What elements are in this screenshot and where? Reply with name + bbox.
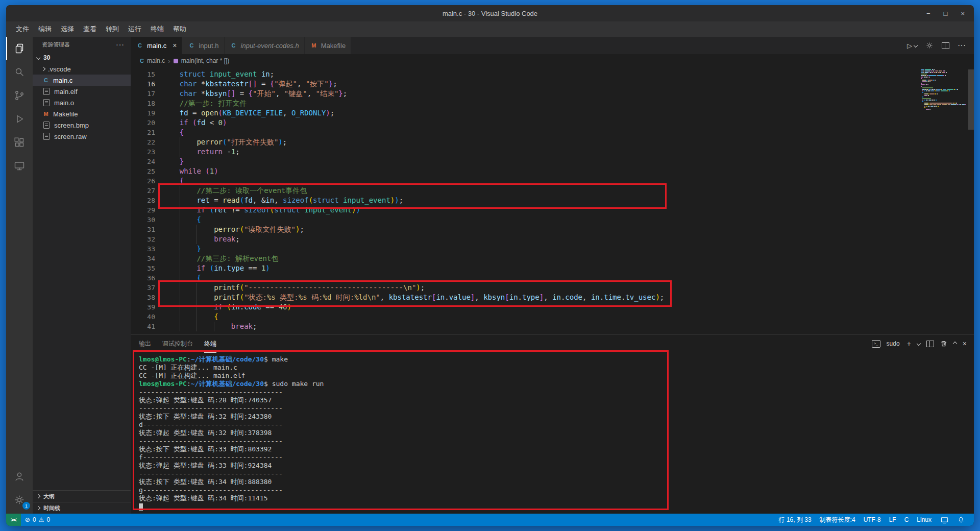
errors-icon: ⊘	[25, 516, 30, 523]
tree-item-main.o[interactable]: main.o	[33, 97, 131, 108]
code-text: printf("状态:%s 类型:%s 码:%d 时间:%ld\n", kbst…	[162, 293, 664, 302]
menu-item[interactable]: 选择	[56, 25, 79, 34]
tab-label: input.h	[199, 42, 218, 50]
close-icon[interactable]: ×	[173, 41, 177, 50]
screen-cast-button[interactable]	[937, 516, 952, 524]
code-text: break;	[162, 322, 257, 331]
close-panel-icon[interactable]: ×	[963, 340, 967, 348]
terminal-icon: >_	[872, 340, 880, 348]
panel-tab-终端[interactable]: 终端	[204, 335, 216, 353]
file-type-icon: C	[230, 42, 238, 49]
minimize-button[interactable]: −	[926, 10, 930, 17]
menu-item[interactable]: 终端	[146, 25, 168, 34]
editor-scrollbar[interactable]	[968, 69, 974, 130]
errors-count: 0	[33, 516, 36, 523]
tree-item-main.c[interactable]: Cmain.c	[33, 75, 131, 86]
tree-item-Makefile[interactable]: MMakefile	[33, 108, 131, 119]
terminal-line: 状态:弹起 类型:键盘 码:28 时间:740357	[139, 396, 974, 404]
tree-item-.vscode[interactable]: .vscode	[33, 63, 131, 75]
tree-item-screen.bmp[interactable]: screen.bmp	[33, 119, 131, 131]
terminal-output[interactable]: lmos@lmos-PC:~/计算机基础/code/30$ makeCC -[M…	[131, 352, 974, 514]
minimap-line	[919, 106, 966, 107]
code-line: 34 //第三步: 解析event包	[131, 254, 974, 263]
panel-tab-调试控制台[interactable]: 调试控制台	[162, 335, 193, 353]
sidebar-section-大纲[interactable]: 大纲	[33, 490, 131, 502]
file-name: screen.raw	[54, 133, 87, 140]
indent-guide-icon	[180, 283, 180, 293]
indent-guide-icon	[197, 225, 197, 234]
indent-guide-icon	[197, 293, 197, 302]
split-terminal-icon[interactable]	[926, 341, 934, 347]
warnings-icon: ⚠	[39, 516, 44, 523]
code-text: perror("打开文件失败");	[162, 137, 287, 147]
status-item[interactable]: UTF-8	[860, 516, 885, 524]
code-editor[interactable]: 15 struct input_event in;16 char *kbstat…	[131, 67, 974, 334]
sidebar-section-时间线[interactable]: 时间线	[33, 502, 131, 514]
minimap-line	[919, 98, 966, 99]
status-item[interactable]: C	[900, 516, 913, 524]
file-type-icon: M	[310, 42, 318, 49]
panel-tab-输出[interactable]: 输出	[139, 335, 151, 353]
more-actions-icon[interactable]: ···	[958, 41, 966, 50]
tree-item-main.elf[interactable]: main.elf	[33, 86, 131, 97]
line-number: 26	[131, 176, 155, 186]
activity-remote-explorer[interactable]	[6, 154, 33, 178]
indent-guide-icon	[180, 196, 180, 205]
run-button[interactable]: ▷	[907, 42, 917, 50]
status-item[interactable]: Linux	[913, 516, 936, 524]
tree-root-folder[interactable]: 30	[33, 52, 131, 63]
remote-indicator[interactable]: ><	[6, 514, 21, 526]
menu-item[interactable]: 文件	[11, 25, 34, 34]
tree-item-screen.raw[interactable]: screen.raw	[33, 131, 131, 142]
chevron-down-icon[interactable]	[917, 342, 921, 346]
breadcrumb-symbol[interactable]: main(int, char * [])	[181, 57, 230, 64]
menu-item[interactable]: 查看	[79, 25, 101, 34]
editor-tab-main.c[interactable]: Cmain.c×	[131, 37, 182, 54]
status-item[interactable]: LF	[885, 516, 900, 524]
chevron-down-icon	[36, 56, 40, 60]
editor-tab-input-event-codes.h[interactable]: Cinput-event-codes.h	[225, 37, 305, 54]
terminal-shell-name[interactable]: sudo	[887, 340, 900, 347]
editor-actions: ▷ ···	[907, 37, 974, 54]
minimap-line	[919, 109, 966, 110]
breadcrumb-file[interactable]: main.c	[147, 57, 165, 64]
split-editor-icon[interactable]	[942, 42, 949, 49]
activity-extensions[interactable]	[6, 131, 33, 154]
status-item[interactable]: 制表符长度:4	[816, 516, 860, 524]
close-button[interactable]: ×	[961, 10, 965, 17]
editor-tab-Makefile[interactable]: MMakefile	[305, 37, 351, 54]
sidebar-explorer: 资源管理器 ··· 30 .vscodeCmain.cmain.elfmain.…	[33, 37, 131, 514]
minimap-line	[919, 87, 966, 88]
settings-button[interactable]: 1	[6, 488, 33, 512]
new-terminal-button[interactable]: +	[907, 340, 911, 348]
extensions-icon	[13, 136, 26, 149]
method-symbol-icon	[174, 59, 178, 63]
file-icon	[43, 133, 50, 140]
minimap-line	[919, 89, 966, 90]
problems-status[interactable]: ⊘0 ⚠0	[21, 516, 54, 523]
more-actions-icon[interactable]: ···	[116, 40, 125, 49]
menu-item[interactable]: 转到	[101, 25, 124, 34]
account-button[interactable]	[6, 465, 33, 488]
activity-source-control[interactable]	[6, 84, 33, 107]
gear-icon[interactable]	[925, 41, 934, 50]
menu-item[interactable]: 运行	[124, 25, 146, 34]
menu-item[interactable]: 帮助	[168, 25, 191, 34]
code-text: fd = open(KB_DEVICE_FILE, O_RDONLY);	[162, 108, 334, 118]
activity-run-debug[interactable]	[6, 107, 33, 131]
menu-item[interactable]: 编辑	[34, 25, 56, 34]
minimap-line	[919, 83, 966, 84]
code-text: if (in.code == 46)	[162, 302, 291, 312]
editor-tab-input.h[interactable]: Cinput.h	[182, 37, 224, 54]
c-file-icon: C	[140, 58, 144, 64]
trash-icon[interactable]	[940, 340, 947, 347]
status-item[interactable]: 行 16, 列 33	[775, 516, 816, 524]
minimap-line	[919, 101, 966, 102]
activity-explorer[interactable]	[6, 37, 33, 60]
maximize-button[interactable]: □	[944, 10, 948, 17]
notifications-button[interactable]	[953, 516, 969, 523]
code-text: {	[162, 312, 218, 322]
chevron-up-icon[interactable]	[953, 342, 957, 346]
minimap[interactable]	[919, 69, 966, 110]
activity-search[interactable]	[6, 60, 33, 84]
